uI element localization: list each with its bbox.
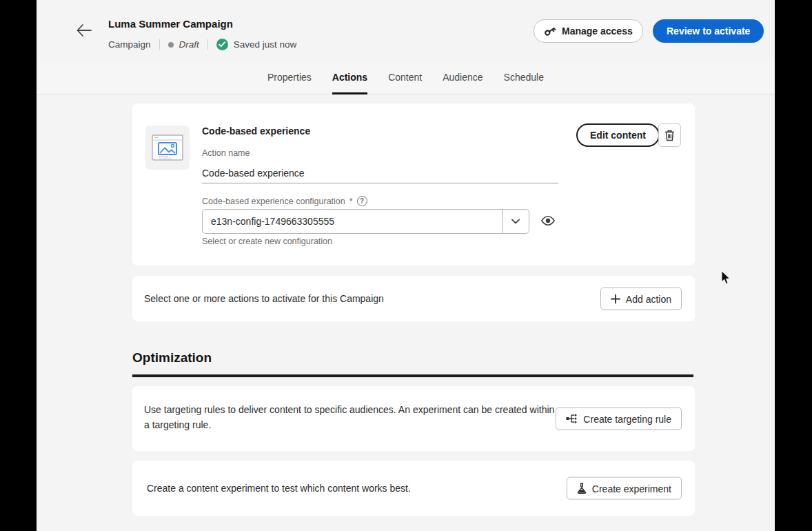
action-card-title: Code-based experience (202, 126, 310, 137)
saved-status-text: Saved just now (234, 39, 297, 50)
config-dropdown-toggle[interactable] (502, 210, 529, 233)
manage-access-label: Manage access (562, 26, 633, 37)
targeting-rule-row: Use targeting rules to deliver content t… (132, 386, 695, 451)
trash-icon (664, 130, 675, 141)
config-label-row: Code-based experience configuration * ? (202, 196, 367, 206)
saved-check-icon (216, 39, 228, 50)
divider (159, 39, 160, 50)
add-action-label: Add action (626, 293, 671, 304)
optimization-divider (132, 374, 693, 377)
preview-config-button[interactable] (540, 214, 556, 228)
config-select[interactable]: e13n-config-1749663305555 (202, 209, 529, 234)
targeting-branch-icon (566, 414, 578, 424)
create-experiment-button[interactable]: Create experiment (567, 477, 682, 500)
plus-icon (611, 294, 620, 303)
edit-content-button[interactable]: Edit content (576, 123, 660, 147)
required-asterisk: * (349, 197, 353, 206)
webpage-image-icon (151, 132, 184, 163)
experience-thumbnail (145, 126, 190, 170)
eye-icon (540, 214, 556, 227)
action-name-label: Action name (202, 148, 250, 158)
header: Luma Summer Campaign Campaign Draft Save… (37, 0, 775, 61)
tab-schedule[interactable]: Schedule (504, 61, 544, 94)
add-action-row: Select one or more actions to activate f… (132, 276, 695, 321)
add-action-button[interactable]: Add action (600, 288, 682, 310)
optimization-heading: Optimization (132, 350, 212, 365)
chevron-down-icon (511, 219, 520, 224)
object-type-label: Campaign (108, 39, 151, 50)
experiment-text: Create a content experiment to test whic… (147, 461, 411, 516)
arrow-left-icon (76, 23, 92, 38)
code-based-experience-card: Code-based experience Edit content Actio… (132, 103, 695, 266)
screen: Luma Summer Campaign Campaign Draft Save… (0, 0, 812, 531)
back-button[interactable] (75, 23, 93, 39)
campaign-window: Luma Summer Campaign Campaign Draft Save… (37, 0, 775, 531)
delete-action-button[interactable] (658, 123, 681, 147)
tab-content[interactable]: Content (388, 61, 422, 94)
tab-bar: Properties Actions Content Audience Sche… (37, 61, 775, 94)
action-name-input[interactable] (202, 163, 558, 183)
status-badge: Draft (179, 39, 199, 50)
create-targeting-rule-button[interactable]: Create targeting rule (556, 408, 682, 430)
targeting-rule-text: Use targeting rules to deliver content t… (144, 386, 558, 432)
tab-audience[interactable]: Audience (443, 61, 483, 94)
flask-icon (577, 483, 587, 494)
status-dot-icon (168, 42, 174, 48)
campaign-meta: Campaign Draft Saved just now (108, 39, 296, 50)
create-targeting-rule-label: Create targeting rule (583, 413, 671, 424)
add-action-text: Select one or more actions to activate f… (144, 276, 384, 321)
config-label: Code-based experience configuration (202, 197, 345, 206)
divider (207, 39, 208, 50)
page-title: Luma Summer Campaign (108, 18, 233, 30)
help-icon[interactable]: ? (357, 196, 367, 206)
review-to-activate-button[interactable]: Review to activate (653, 19, 764, 43)
create-experiment-label: Create experiment (592, 483, 671, 494)
key-icon (544, 26, 556, 37)
manage-access-button[interactable]: Manage access (534, 19, 643, 43)
tab-actions[interactable]: Actions (332, 61, 367, 94)
config-selected-value: e13n-config-1749663305555 (203, 210, 502, 233)
experiment-row: Create a content experiment to test whic… (132, 461, 695, 516)
tab-properties[interactable]: Properties (267, 61, 312, 94)
main-content: Code-based experience Edit content Actio… (37, 94, 775, 531)
config-help-text: Select or create new configuration (202, 237, 332, 246)
